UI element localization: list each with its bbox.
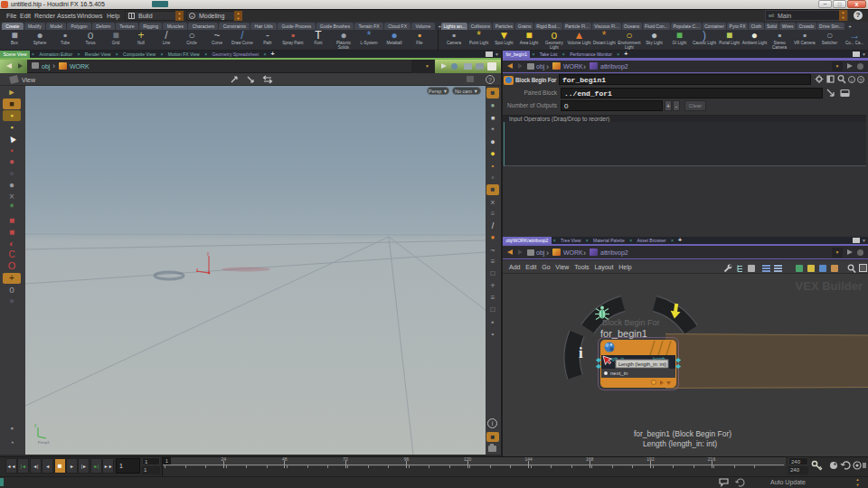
svg-text:Length (length_in: int): Length (length_in: int)	[618, 361, 666, 367]
svg-text:for_begin1 (Block Begin For): for_begin1 (Block Begin For)	[634, 429, 731, 438]
svg-text:i: i	[579, 344, 583, 361]
svg-text:next_in: next_in	[610, 371, 627, 376]
svg-text:Block Begin For: Block Begin For	[602, 318, 660, 327]
svg-text:Length (length_in: int): Length (length_in: int)	[643, 439, 717, 448]
svg-text:y: y	[207, 251, 210, 256]
svg-text:Persp1: Persp1	[38, 440, 50, 445]
svg-text:y: y	[34, 422, 37, 427]
